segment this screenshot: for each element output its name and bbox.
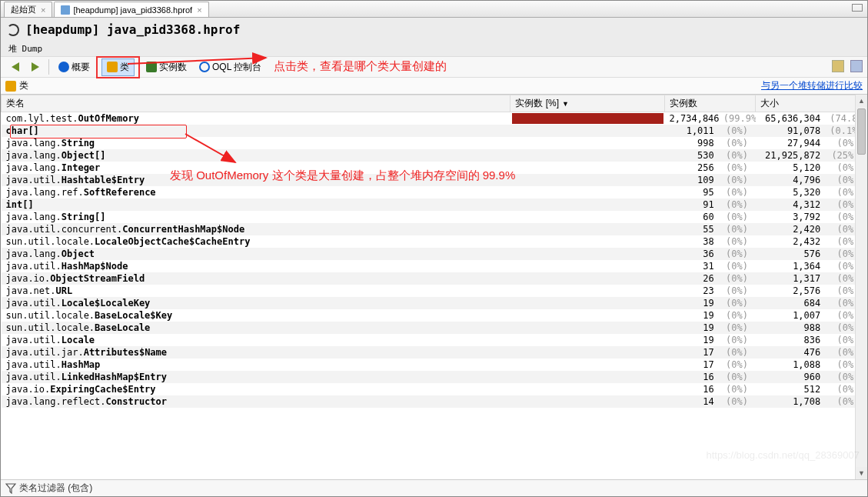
cell-instances-pct: (0%) [719, 248, 756, 260]
file-icon [61, 5, 70, 15]
cell-instances: 19 [665, 334, 719, 346]
cell-size: 4,796 [756, 174, 825, 186]
table-row[interactable]: char[]1,011(0%)91,078(0.1%) [2, 125, 867, 137]
table-row[interactable]: java.lang.String[]60(0%)3,792(0%) [2, 211, 867, 223]
cell-size: 576 [756, 248, 825, 260]
cell-instances-pct: (0%) [719, 198, 756, 211]
table-row[interactable]: sun.util.locale.LocaleObjectCache$CacheE… [2, 235, 867, 248]
classes-button-highlight: 类 [96, 56, 140, 78]
cell-classname: java.lang.Integer [2, 162, 510, 174]
cell-bar [510, 211, 665, 223]
table-row[interactable]: java.lang.Integer256(0%)5,120(0%) [2, 162, 867, 174]
cell-bar [510, 285, 665, 297]
cell-size: 1,317 [756, 272, 825, 285]
cell-instances: 14 [665, 395, 719, 408]
cell-bar [510, 272, 665, 285]
table-row[interactable]: java.util.Locale$LocaleKey19(0%)684(0%) [2, 297, 867, 309]
cell-instances: 16 [665, 371, 719, 383]
tab-heapdump-label: [heapdump] java_pid3368.hprof [73, 5, 192, 15]
cell-instances: 31 [665, 260, 719, 272]
table-row[interactable]: java.util.LinkedHashMap$Entry16(0%)960(0… [2, 371, 867, 383]
cell-classname: java.io.ObjectStreamField [2, 272, 510, 285]
cell-instances-pct: (0%) [719, 211, 756, 223]
cell-instances-pct: (0%) [719, 149, 756, 162]
breadcrumb: 堆 Dump [1, 42, 867, 56]
section-label: 类 [19, 79, 28, 92]
cell-size: 4,312 [756, 198, 825, 211]
cell-size: 1,007 [756, 309, 825, 322]
cell-instances: 1,011 [665, 125, 719, 137]
table-row[interactable]: com.lyl.test.OutOfMemory2,734,846(99.9%)… [2, 112, 867, 125]
cell-classname: java.io.ExpiringCache$Entry [2, 383, 510, 395]
oql-console-button[interactable]: OQL 控制台 [195, 59, 266, 75]
cell-classname: java.util.HashMap [2, 359, 510, 371]
cell-classname: java.lang.Object [2, 248, 510, 260]
cell-instances-pct: (0%) [719, 334, 756, 346]
cell-bar [510, 359, 665, 371]
tool-icon-2[interactable] [850, 60, 863, 72]
filter-bar[interactable]: 类名过滤器 (包含) [1, 479, 867, 496]
col-bar[interactable]: 实例数 [%]▼ [510, 95, 665, 112]
table-row[interactable]: int[]91(0%)4,312(0%) [2, 198, 867, 211]
tab-strip: 起始页 × [heapdump] java_pid3368.hprof × [1, 1, 867, 18]
col-size[interactable]: 大小 [756, 95, 867, 112]
close-icon[interactable]: × [41, 5, 45, 15]
nav-forward-button[interactable] [27, 61, 44, 73]
nav-back-button[interactable] [7, 61, 24, 73]
scroll-thumb[interactable] [857, 108, 866, 155]
cell-instances-pct: (0%) [719, 309, 756, 322]
table-row[interactable]: java.io.ObjectStreamField26(0%)1,317(0%) [2, 272, 867, 285]
cell-size: 91,078 [756, 125, 825, 137]
table-row[interactable]: java.lang.Object[]530(0%)21,925,872(25%) [2, 149, 867, 162]
cell-classname: java.util.LinkedHashMap$Entry [2, 371, 510, 383]
col-classname[interactable]: 类名 [2, 95, 510, 112]
refresh-icon[interactable] [7, 24, 19, 36]
cell-instances-pct: (0%) [719, 125, 756, 137]
cell-bar [510, 162, 665, 174]
compare-link[interactable]: 与另一个堆转储进行比较 [761, 79, 863, 92]
cell-instances: 55 [665, 223, 719, 235]
close-icon[interactable]: × [197, 5, 201, 15]
cell-instances: 17 [665, 359, 719, 371]
cell-classname: java.net.URL [2, 285, 510, 297]
cell-instances-pct: (0%) [719, 322, 756, 334]
col-instances[interactable]: 实例数 [665, 95, 756, 112]
tab-heapdump[interactable]: [heapdump] java_pid3368.hprof × [54, 2, 208, 17]
vertical-scrollbar[interactable]: ▲ ▼ [855, 95, 867, 479]
tool-icon-1[interactable] [832, 60, 844, 72]
cell-instances-pct: (0%) [719, 137, 756, 149]
cell-instances-pct: (0%) [719, 186, 756, 198]
window-controls-icon[interactable] [852, 4, 863, 12]
cell-instances: 19 [665, 297, 719, 309]
cell-bar [510, 297, 665, 309]
cell-bar [510, 334, 665, 346]
cell-instances: 95 [665, 186, 719, 198]
table-row[interactable]: java.net.URL23(0%)2,576(0%) [2, 285, 867, 297]
table-row[interactable]: java.lang.Object36(0%)576(0%) [2, 248, 867, 260]
cell-bar [510, 174, 665, 186]
info-icon [58, 62, 69, 72]
table-row[interactable]: sun.util.locale.BaseLocale$Key19(0%)1,00… [2, 309, 867, 322]
table-row[interactable]: java.util.Locale19(0%)836(0%) [2, 334, 867, 346]
summary-button[interactable]: 概要 [54, 59, 95, 75]
table-row[interactable]: java.util.HashMap17(0%)1,088(0%) [2, 359, 867, 371]
cell-size: 988 [756, 322, 825, 334]
cell-size: 5,320 [756, 186, 825, 198]
table-row[interactable]: java.lang.reflect.Constructor14(0%)1,708… [2, 395, 867, 408]
table-row[interactable]: java.io.ExpiringCache$Entry16(0%)512(0%) [2, 383, 867, 395]
table-row[interactable]: java.lang.ref.SoftReference95(0%)5,320(0… [2, 186, 867, 198]
table-row[interactable]: java.util.Hashtable$Entry109(0%)4,796(0%… [2, 174, 867, 186]
classes-button[interactable]: 类 [101, 58, 135, 76]
scroll-up-button[interactable]: ▲ [856, 95, 867, 107]
instances-button[interactable]: 实例数 [141, 59, 191, 75]
table-row[interactable]: sun.util.locale.BaseLocale19(0%)988(0%) [2, 322, 867, 334]
table-row[interactable]: java.lang.String998(0%)27,944(0%) [2, 137, 867, 149]
cell-size: 512 [756, 383, 825, 395]
table-row[interactable]: java.util.jar.Attributes$Name17(0%)476(0… [2, 346, 867, 359]
table-row[interactable]: java.util.HashMap$Node31(0%)1,364(0%) [2, 260, 867, 272]
cell-instances-pct: (0%) [719, 162, 756, 174]
tab-start[interactable]: 起始页 × [4, 2, 52, 17]
scroll-down-button[interactable]: ▼ [856, 467, 867, 479]
cell-bar [510, 186, 665, 198]
table-row[interactable]: java.util.concurrent.ConcurrentHashMap$N… [2, 223, 867, 235]
